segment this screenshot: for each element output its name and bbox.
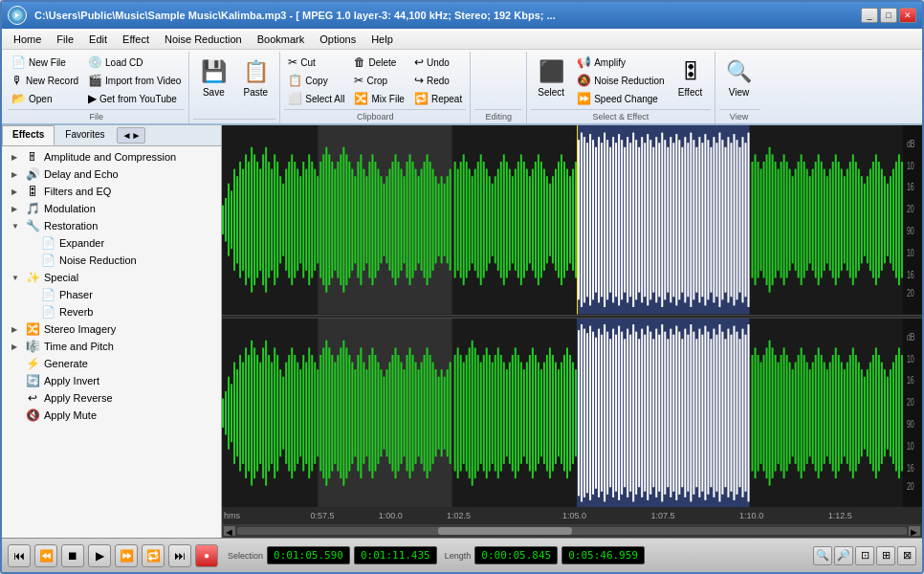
waveform-container: dB 10 16 20 90 10 16 20 bbox=[222, 125, 922, 538]
loop-button[interactable]: 🔁 bbox=[142, 544, 165, 567]
tree-stereo[interactable]: ▶ 🔀 Stereo Imagery bbox=[4, 320, 219, 338]
favorites-tab[interactable]: Favorites bbox=[55, 125, 115, 145]
svg-rect-423 bbox=[710, 339, 712, 487]
scrollbar-track[interactable] bbox=[237, 527, 907, 535]
tree-apply-mute[interactable]: 🔇 Apply Mute bbox=[4, 407, 219, 424]
selection-start-display: 0:01:05.590 bbox=[267, 546, 350, 564]
svg-rect-351 bbox=[503, 362, 505, 463]
svg-rect-266 bbox=[256, 354, 258, 471]
select-all-button[interactable]: ⬜ Select All bbox=[284, 90, 348, 107]
scroll-left-btn[interactable]: ◄ bbox=[224, 526, 235, 536]
load-cd-button[interactable]: 💿 Load CD bbox=[84, 54, 185, 71]
svg-rect-486 bbox=[892, 362, 894, 463]
svg-rect-263 bbox=[248, 354, 250, 471]
redo-button[interactable]: ↪ Redo bbox=[410, 72, 466, 89]
svg-rect-188 bbox=[755, 154, 757, 285]
svg-rect-69 bbox=[409, 154, 411, 285]
svg-rect-402 bbox=[649, 331, 651, 494]
stop-button[interactable]: ⏹ bbox=[61, 544, 84, 567]
menu-help[interactable]: Help bbox=[363, 32, 401, 47]
zoom-fit-button[interactable]: ⊡ bbox=[855, 546, 874, 565]
tree-time-pitch[interactable]: ▶ 🎼 Time and Pitch bbox=[4, 338, 219, 355]
tree-filters[interactable]: ▶ 🎛 Filters and EQ bbox=[4, 183, 219, 200]
copy-button[interactable]: 📋 Copy bbox=[284, 72, 348, 89]
svg-rect-66 bbox=[401, 169, 403, 271]
record-button[interactable]: ● bbox=[195, 544, 218, 567]
svg-rect-456 bbox=[806, 362, 808, 463]
minimize-button[interactable]: _ bbox=[861, 8, 878, 23]
svg-rect-121 bbox=[561, 154, 562, 285]
sidebar-toggle-btn[interactable]: ◄► bbox=[117, 127, 145, 144]
amplify-button[interactable]: 📢 Amplify bbox=[573, 54, 668, 71]
tree-apply-reverse[interactable]: ↩ Apply Reverse bbox=[4, 389, 219, 407]
time-pitch-arrow: ▶ bbox=[11, 342, 21, 351]
mix-file-button[interactable]: 🔀 Mix File bbox=[350, 90, 407, 107]
svg-rect-268 bbox=[262, 347, 264, 478]
zoom-in-button[interactable]: 🔍 bbox=[813, 546, 832, 565]
svg-rect-72 bbox=[418, 176, 420, 263]
skip-back-button[interactable]: ⏮ bbox=[8, 544, 31, 567]
tree-restoration[interactable]: ▼ 🔧 Restoration bbox=[4, 217, 219, 234]
lower-track[interactable]: dB 10 16 20 90 10 16 20 bbox=[222, 319, 922, 508]
fast-forward-button[interactable]: ⏩ bbox=[115, 544, 138, 567]
svg-rect-29 bbox=[294, 162, 296, 278]
svg-rect-477 bbox=[867, 369, 869, 456]
menu-bookmark[interactable]: Bookmark bbox=[250, 32, 313, 47]
new-file-button[interactable]: 📄 New File bbox=[8, 54, 82, 71]
save-button[interactable]: 💾 Save bbox=[193, 54, 233, 100]
cut-button[interactable]: ✂ Cut bbox=[284, 54, 348, 71]
effects-tab[interactable]: Effects bbox=[2, 125, 55, 145]
paste-button[interactable]: 📋 Paste bbox=[235, 54, 275, 100]
tree-phaser[interactable]: 📄 Phaser bbox=[4, 286, 219, 303]
rewind-button[interactable]: ⏪ bbox=[34, 544, 57, 567]
delete-button[interactable]: 🗑 Delete bbox=[350, 54, 407, 71]
svg-rect-27 bbox=[288, 162, 290, 278]
tree-noise-reduction[interactable]: 📄 Noise Reduction bbox=[4, 252, 219, 269]
zoom-select-button[interactable]: ⊞ bbox=[876, 546, 895, 565]
import-video-button[interactable]: 🎬 Import from Video bbox=[84, 72, 185, 89]
menu-effect[interactable]: Effect bbox=[115, 32, 157, 47]
upper-track[interactable]: dB 10 16 20 90 10 16 20 bbox=[222, 125, 922, 315]
tree-special[interactable]: ▼ ✨ Special bbox=[4, 269, 219, 286]
svg-rect-87 bbox=[463, 154, 465, 285]
tree-modulation[interactable]: ▶ 🎵 Modulation bbox=[4, 200, 219, 217]
zoom-reset-button[interactable]: ⊠ bbox=[897, 546, 916, 565]
svg-rect-139 bbox=[612, 137, 614, 302]
svg-rect-434 bbox=[741, 328, 743, 497]
menu-noise-reduction[interactable]: Noise Reduction bbox=[157, 32, 250, 47]
effect-button[interactable]: 🎛 Effect bbox=[671, 54, 711, 100]
scroll-right-btn[interactable]: ► bbox=[909, 526, 920, 536]
crop-button[interactable]: ✂ Crop bbox=[350, 72, 407, 89]
svg-rect-483 bbox=[884, 369, 886, 456]
menu-options[interactable]: Options bbox=[312, 32, 363, 47]
play-button[interactable]: ▶ bbox=[88, 544, 111, 567]
close-button[interactable]: ✕ bbox=[899, 8, 916, 23]
svg-rect-90 bbox=[472, 176, 473, 263]
menu-edit[interactable]: Edit bbox=[81, 32, 115, 47]
svg-rect-444 bbox=[772, 347, 774, 478]
menu-home[interactable]: Home bbox=[6, 32, 49, 47]
tree-delay[interactable]: ▶ 🔊 Delay and Echo bbox=[4, 166, 219, 183]
speed-change-button[interactable]: ⏩ Speed Change bbox=[573, 90, 668, 107]
delete-label: Delete bbox=[368, 57, 396, 68]
svg-rect-88 bbox=[466, 162, 468, 278]
next-button[interactable]: ⏭ bbox=[168, 544, 191, 567]
svg-rect-452 bbox=[795, 362, 797, 463]
menu-file[interactable]: File bbox=[49, 32, 81, 47]
tree-apply-invert[interactable]: 🔄 Apply Invert bbox=[4, 372, 219, 389]
tree-reverb[interactable]: 📄 Reverb bbox=[4, 303, 219, 320]
repeat-button[interactable]: 🔁 Repeat bbox=[410, 90, 466, 107]
maximize-button[interactable]: □ bbox=[880, 8, 897, 23]
select-button[interactable]: ⬛ Select bbox=[531, 54, 571, 100]
tree-expander[interactable]: 📄 Expander bbox=[4, 234, 219, 252]
undo-button[interactable]: ↩ Undo bbox=[410, 54, 466, 71]
zoom-out-button[interactable]: 🔎 bbox=[834, 546, 853, 565]
get-youtube-button[interactable]: ▶ Get from YouTube bbox=[84, 90, 185, 107]
tree-amplitude[interactable]: ▶ 🎚 Amplitude and Compression bbox=[4, 148, 219, 166]
new-record-button[interactable]: 🎙 New Record bbox=[8, 72, 82, 89]
open-button[interactable]: 📂 Open bbox=[8, 90, 82, 107]
tree-generate[interactable]: ⚡ Generate bbox=[4, 355, 219, 372]
view-button[interactable]: 🔍 View bbox=[719, 54, 759, 100]
noise-reduction-button[interactable]: 🔕 Noise Reduction bbox=[573, 72, 668, 89]
scrollbar-thumb[interactable] bbox=[438, 527, 572, 535]
